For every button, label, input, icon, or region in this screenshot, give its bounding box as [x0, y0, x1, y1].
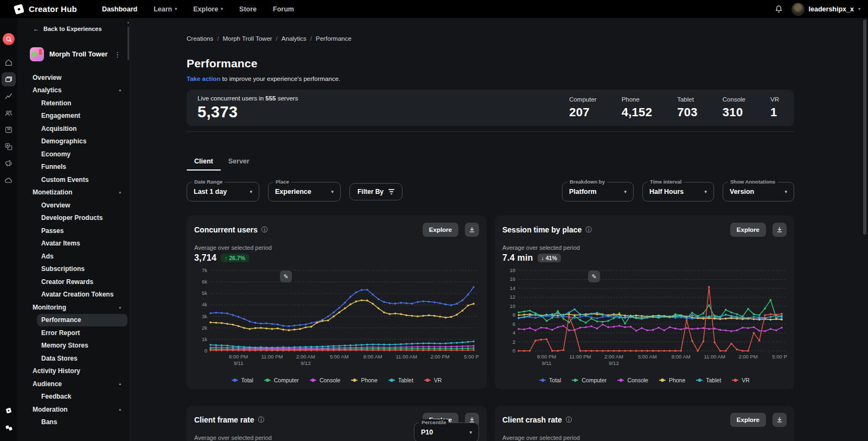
sidebar-item-custom-events[interactable]: Custom Events: [17, 173, 130, 186]
notification-bell-icon[interactable]: [775, 5, 783, 13]
breadcrumb-item[interactable]: Analytics: [282, 35, 307, 42]
sidebar-item-overview[interactable]: Overview: [17, 199, 130, 212]
sidebar-item-data-stores[interactable]: Data Stores: [17, 352, 130, 365]
legend-item-console[interactable]: Console: [617, 377, 648, 383]
legend-item-vr[interactable]: VR: [732, 377, 750, 383]
collapse-icon[interactable]: ▴: [119, 407, 121, 412]
sidebar-item-bans[interactable]: Bans: [17, 416, 130, 429]
sidebar-item-monetization[interactable]: Monetization▴: [17, 186, 130, 199]
sidebar-item-error-report[interactable]: Error Report: [17, 326, 130, 339]
legend-item-computer[interactable]: Computer: [572, 377, 607, 383]
breadcrumb-item[interactable]: Morph Troll Tower: [222, 35, 272, 42]
creator-hub-brand[interactable]: Creator Hub: [14, 4, 77, 14]
page-scrollbar[interactable]: [863, 20, 866, 235]
edit-chart-button[interactable]: ✎: [588, 270, 600, 282]
sidebar-item-funnels[interactable]: Funnels: [17, 161, 130, 174]
explore-button[interactable]: Explore: [730, 223, 766, 237]
sidebar-item-creator-rewards[interactable]: Creator Rewards: [17, 275, 130, 288]
download-icon[interactable]: [465, 223, 479, 237]
localization-icon[interactable]: [2, 140, 16, 154]
legend-item-tablet[interactable]: Tablet: [388, 377, 413, 383]
roblox-logo-icon[interactable]: [2, 420, 16, 434]
svg-text:6: 6: [513, 321, 515, 327]
svg-text:5:00 AM: 5:00 AM: [638, 354, 657, 360]
nav-explore[interactable]: Explore▾: [187, 2, 229, 16]
announcements-icon[interactable]: [2, 156, 16, 171]
sidebar-item-avatar-items[interactable]: Avatar Items: [17, 237, 130, 250]
roblox-square-icon[interactable]: [2, 404, 16, 418]
sidebar-item-analytics[interactable]: Analytics▴: [17, 84, 130, 97]
kebab-menu-icon[interactable]: ⋮: [114, 51, 121, 59]
edit-chart-button[interactable]: ✎: [280, 270, 292, 282]
tab-client[interactable]: Client: [187, 158, 221, 171]
info-icon[interactable]: ⓘ: [261, 225, 268, 235]
sidebar-item-audience[interactable]: Audience▴: [17, 377, 130, 390]
explore-button[interactable]: Explore: [730, 413, 766, 427]
sidebar-item-passes[interactable]: Passes: [17, 224, 130, 237]
legend-item-vr[interactable]: VR: [424, 377, 442, 383]
info-icon[interactable]: ⓘ: [585, 225, 592, 235]
search-promo-icon[interactable]: [3, 33, 15, 45]
collapse-icon[interactable]: ▴: [119, 190, 121, 194]
show-annotations-dropdown[interactable]: Show Annotations Version ▾: [723, 182, 794, 201]
passes-icon[interactable]: [2, 123, 16, 137]
sidebar-item-engagement[interactable]: Engagement: [17, 110, 130, 123]
info-icon[interactable]: ⓘ: [258, 415, 264, 425]
sidebar-item-moderation[interactable]: Moderation▴: [17, 403, 130, 416]
nav-store[interactable]: Store: [233, 2, 263, 16]
sidebar-item-memory-stores[interactable]: Memory Stores: [17, 339, 130, 352]
time-interval-dropdown[interactable]: Time interval Half Hours ▾: [642, 182, 714, 201]
sidebar-item-acquisition[interactable]: Acquisition: [17, 122, 130, 135]
breakdown-by-dropdown[interactable]: Breakdown by Platform ▾: [562, 182, 634, 201]
download-icon[interactable]: [773, 413, 787, 427]
nav-learn[interactable]: Learn▾: [147, 2, 183, 16]
legend-item-total[interactable]: Total: [232, 377, 253, 383]
collaborators-icon[interactable]: [2, 106, 16, 120]
sidebar-item-avatar-creation-tokens[interactable]: Avatar Creation Tokens: [17, 288, 130, 301]
sidebar-item-retention[interactable]: Retention: [17, 97, 130, 110]
sidebar-item-monitoring[interactable]: Monitoring▴: [17, 301, 130, 314]
breadcrumb-item[interactable]: Creations: [187, 35, 213, 42]
analytics-icon[interactable]: [2, 89, 16, 103]
sidebar-item-economy[interactable]: Economy: [17, 148, 130, 161]
sidebar-item-demographics[interactable]: Demographics: [17, 135, 130, 148]
collapse-icon[interactable]: ▴: [119, 382, 121, 386]
legend-item-phone[interactable]: Phone: [351, 377, 377, 383]
explore-button[interactable]: Explore: [423, 223, 458, 237]
sidebar-item-overview[interactable]: Overview: [17, 71, 130, 84]
tab-server[interactable]: Server: [221, 158, 257, 171]
sidebar-item-performance[interactable]: Performance: [37, 314, 127, 327]
experiences-icon[interactable]: [2, 72, 16, 86]
download-icon[interactable]: [773, 223, 787, 237]
legend-item-total[interactable]: Total: [539, 377, 561, 383]
sidebar-item-feedback[interactable]: Feedback: [17, 390, 130, 404]
filter-by-button[interactable]: Filter By: [349, 183, 403, 200]
legend-item-phone[interactable]: Phone: [659, 377, 685, 383]
sidebar-item-activity-history[interactable]: Activity History: [17, 365, 130, 378]
percentile-dropdown[interactable]: Percentile P10 ▾: [414, 423, 479, 441]
live-users-banner: Live concurrent users in 555 servers 5,3…: [187, 90, 794, 126]
sidebar-item-ads[interactable]: Ads: [17, 250, 130, 263]
sidebar-item-subscriptions[interactable]: Subscriptions: [17, 263, 130, 276]
date-range-dropdown[interactable]: Date Range Last 1 day ▾: [187, 182, 259, 201]
nav-dashboard[interactable]: Dashboard: [95, 2, 144, 16]
take-action-link[interactable]: Take action: [187, 75, 220, 82]
legend-item-tablet[interactable]: Tablet: [696, 377, 721, 383]
legend-item-computer[interactable]: Computer: [264, 377, 299, 383]
collapse-icon[interactable]: ▴: [119, 305, 121, 310]
home-icon[interactable]: [2, 55, 16, 70]
breadcrumb-item[interactable]: Performance: [316, 35, 352, 42]
sidebar-scrollbar[interactable]: [127, 27, 129, 60]
nav-forum[interactable]: Forum: [266, 2, 301, 16]
legend-item-console[interactable]: Console: [310, 377, 341, 383]
experience-header[interactable]: Morph Troll Tower ⋮: [17, 34, 130, 71]
collapse-icon[interactable]: ▴: [119, 88, 121, 92]
back-to-experiences-link[interactable]: ← Back to Experiences: [17, 23, 130, 34]
page-subtitle: Take action to improve your experience's…: [187, 75, 794, 82]
cloud-icon[interactable]: [2, 173, 16, 187]
user-menu[interactable]: leadershipx_x ▾: [792, 3, 860, 16]
place-dropdown[interactable]: Place Experience ▾: [268, 182, 341, 201]
sidebar-item-developer-products[interactable]: Developer Products: [17, 212, 130, 225]
info-icon[interactable]: ⓘ: [566, 415, 572, 425]
sidebar-scroll-up-icon[interactable]: ▴: [127, 20, 129, 24]
